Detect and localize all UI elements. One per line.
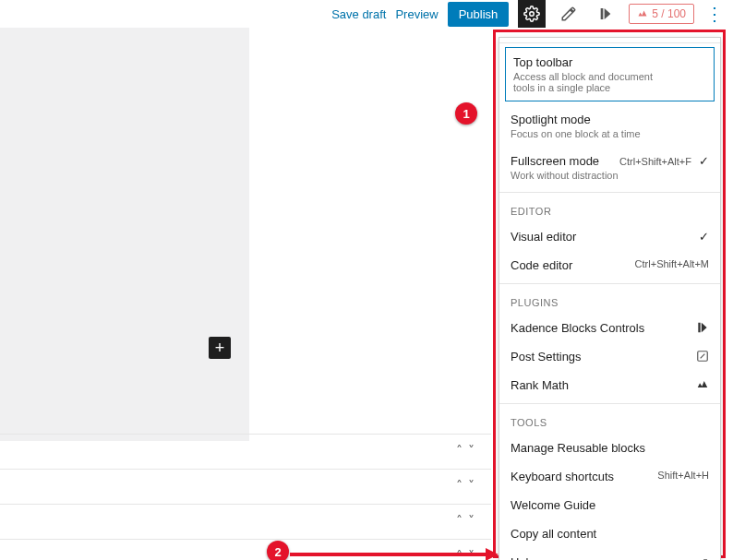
menu-item-label: Top toolbar — [513, 55, 670, 69]
menu-item-desc: Work without distraction — [511, 170, 619, 181]
add-block-button[interactable]: + — [209, 337, 231, 359]
menu-item-welcome-guide[interactable]: Welcome Guide — [499, 491, 720, 519]
menu-item-keyboard-shortcuts[interactable]: Keyboard shortcuts Shift+Alt+H — [499, 462, 720, 491]
table-row[interactable]: ˄˅ — [0, 469, 491, 504]
callout-bubble-2: 2 — [267, 541, 289, 560]
menu-item-label: Keyboard shortcuts — [511, 470, 614, 483]
menu-item-label: Post Settings — [511, 350, 582, 363]
rank-math-seo-score[interactable]: 5 / 100 — [629, 4, 694, 24]
table-row[interactable]: ˄˅ — [0, 434, 491, 469]
kadence-icon[interactable] — [592, 0, 619, 28]
editor-canvas: + — [0, 28, 491, 461]
options-dropdown-menu: Top toolbar Access all block and documen… — [499, 37, 721, 560]
group-label-tools: TOOLS — [499, 408, 720, 434]
menu-item-label: Welcome Guide — [511, 498, 595, 512]
seo-score-text: 5 / 100 — [652, 7, 686, 20]
kadence-icon — [696, 321, 709, 334]
callout-bubble-1: 1 — [455, 102, 477, 125]
chevron-up-icon[interactable]: ˄ — [456, 478, 463, 493]
block-rows: ˄˅ ˄˅ ˄˅ ˄˅ — [0, 434, 491, 560]
menu-item-help[interactable]: Help ↗ — [499, 548, 720, 560]
more-options-icon[interactable]: ⋮ — [703, 5, 726, 23]
menu-item-rank-math[interactable]: Rank Math — [499, 371, 720, 399]
menu-top-edge — [499, 38, 720, 43]
table-row[interactable]: ˄˅ — [0, 504, 491, 539]
menu-item-copy-all[interactable]: Copy all content — [499, 519, 720, 548]
menu-item-label: Kadence Blocks Controls — [511, 321, 644, 335]
chevron-down-icon[interactable]: ˅ — [468, 478, 475, 493]
menu-item-label: Rank Math — [511, 378, 569, 392]
edit-icon — [696, 350, 709, 363]
menu-item-label: Manage Reusable blocks — [511, 441, 645, 455]
menu-item-desc: Access all block and document tools in a… — [513, 71, 670, 93]
svg-point-0 — [530, 12, 535, 17]
check-icon — [699, 154, 709, 168]
group-label-plugins: PLUGINS — [499, 288, 720, 314]
preview-link[interactable]: Preview — [395, 7, 438, 21]
external-link-icon: ↗ — [699, 555, 709, 560]
menu-item-label: Copy all content — [511, 527, 596, 541]
menu-item-shortcut: Ctrl+Shift+Alt+F — [619, 156, 691, 167]
menu-item-reusable-blocks[interactable]: Manage Reusable blocks — [499, 434, 720, 462]
chevron-up-icon[interactable]: ˄ — [456, 443, 463, 458]
settings-gear-icon[interactable] — [518, 0, 546, 28]
rank-math-icon — [696, 378, 709, 391]
save-draft-link[interactable]: Save draft — [331, 7, 386, 21]
chevron-up-icon[interactable]: ˄ — [456, 513, 463, 528]
menu-item-desc: Focus on one block at a time — [511, 128, 641, 139]
check-icon — [699, 230, 709, 244]
chevron-down-icon[interactable]: ˅ — [468, 443, 475, 458]
edit-icon[interactable] — [555, 0, 583, 28]
page-background — [0, 28, 249, 441]
menu-item-label: Fullscreen mode — [511, 154, 619, 168]
annotation-arrow — [290, 548, 499, 560]
menu-item-label: Visual editor — [511, 230, 576, 244]
menu-item-shortcut: Ctrl+Shift+Alt+M — [635, 258, 709, 269]
chevron-down-icon[interactable]: ˅ — [468, 513, 475, 528]
menu-item-shortcut: Shift+Alt+H — [657, 470, 709, 481]
menu-item-label: Spotlight mode — [511, 113, 641, 126]
menu-item-kadence[interactable]: Kadence Blocks Controls — [499, 314, 720, 342]
menu-item-spotlight[interactable]: Spotlight mode Focus on one block at a t… — [499, 105, 720, 147]
menu-item-label: Code editor — [511, 258, 572, 272]
menu-item-visual-editor[interactable]: Visual editor — [499, 222, 720, 251]
menu-item-top-toolbar[interactable]: Top toolbar Access all block and documen… — [505, 47, 715, 101]
menu-item-post-settings[interactable]: Post Settings — [499, 342, 720, 371]
menu-item-fullscreen[interactable]: Fullscreen mode Work without distraction… — [499, 147, 720, 188]
menu-item-label: Help — [511, 555, 535, 560]
publish-button[interactable]: Publish — [448, 2, 510, 27]
menu-item-code-editor[interactable]: Code editor Ctrl+Shift+Alt+M — [499, 251, 720, 280]
group-label-editor: EDITOR — [499, 197, 720, 222]
editor-top-toolbar: Save draft Preview Publish 5 / 100 ⋮ — [0, 0, 733, 28]
